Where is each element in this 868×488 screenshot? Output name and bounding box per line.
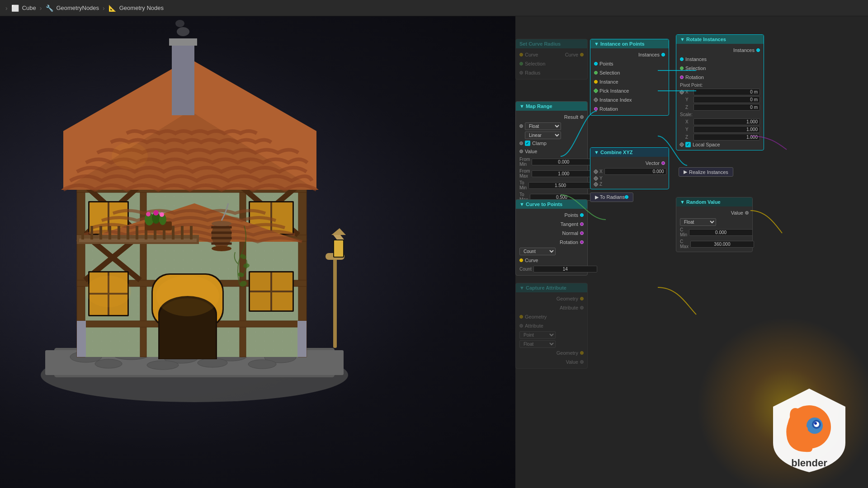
3d-viewport[interactable] — [0, 0, 515, 488]
rv-max-row[interactable]: C Max — [676, 238, 752, 250]
node-curve-to-points[interactable]: ▼ Curve to Points Points Tangent Normal … — [515, 199, 588, 276]
from-min-input[interactable] — [532, 159, 595, 165]
realize-instances-button[interactable]: ▶ Realize Instances — [679, 167, 733, 177]
socket-ca-attr-out — [580, 306, 584, 310]
pivot-y-input[interactable] — [693, 96, 760, 103]
ri-instances-out: Instances — [676, 46, 764, 55]
pivot-y-row[interactable]: Y — [676, 96, 764, 103]
from-max-input[interactable] — [532, 170, 595, 177]
cxyz-x-row[interactable]: X — [590, 168, 669, 175]
node-clamp[interactable]: ✓ Clamp — [516, 140, 587, 147]
socket-ri-instances-in — [680, 57, 684, 61]
svg-point-103 — [86, 276, 131, 307]
clamp-checkbox[interactable]: ✓ — [525, 141, 530, 146]
to-min-input[interactable] — [528, 182, 592, 189]
node-random-value[interactable]: ▼ Random Value Value Float C Min C Max — [676, 197, 753, 252]
socket-ri-rotation — [680, 75, 684, 79]
nodes-icon: 📐 — [108, 4, 117, 12]
breadcrumb-geonodes[interactable]: 📐 Geometry Nodes — [108, 4, 164, 12]
socket-ca-geo-in — [519, 315, 523, 319]
ctp-count-row[interactable]: Count — [516, 265, 587, 273]
pivot-x-row[interactable]: X — [676, 88, 764, 96]
breadcrumb-cube[interactable]: ⬜ Cube — [11, 4, 36, 12]
ctp-tangent-out: Tangent — [516, 220, 587, 229]
float-dropdown[interactable]: Float — [525, 122, 561, 130]
to-radians-node[interactable]: ▶ To Radians — [590, 192, 633, 202]
socket-pick-instance — [593, 88, 598, 93]
scale-x-input[interactable] — [693, 118, 760, 125]
scale-z-row[interactable]: Z — [676, 133, 764, 141]
3d-render — [18, 14, 371, 402]
rv-float-dropdown[interactable]: Float — [680, 218, 716, 226]
socket-ca-geo-out — [580, 297, 584, 300]
socket-local-space — [679, 142, 684, 147]
socket-clamp — [519, 141, 523, 145]
scale-z-input[interactable] — [693, 134, 760, 141]
svg-point-59 — [177, 27, 189, 36]
rv-float-type[interactable]: Float — [676, 217, 752, 226]
ca-point-dropdown[interactable]: Point — [519, 331, 556, 339]
node-float-type[interactable]: Float — [516, 122, 587, 131]
svg-rect-84 — [333, 258, 337, 348]
linear-dropdown[interactable]: Linear — [525, 131, 561, 139]
ca-float-dropdown[interactable]: Float — [519, 340, 556, 348]
rotate-instances-title: ▼ Rotate Instances — [676, 35, 764, 44]
from-max-row[interactable]: From Max — [516, 168, 587, 179]
socket-cxyz-z — [593, 182, 598, 187]
ctp-count-sel[interactable]: Count — [516, 247, 587, 256]
node-map-range-title: ▼ Map Range — [516, 102, 587, 111]
ctp-count-input[interactable] — [533, 266, 597, 272]
ca-geo-out2: Geometry — [516, 348, 587, 357]
rv-min-row[interactable]: C Min — [676, 226, 752, 238]
svg-point-10 — [198, 358, 227, 367]
ca-float-sel[interactable]: Float — [516, 339, 587, 348]
cxyz-x-input[interactable] — [604, 168, 666, 175]
node-result: Result — [516, 113, 587, 122]
scale-y-input[interactable] — [693, 126, 760, 133]
ca-point-sel[interactable]: Point — [516, 330, 587, 339]
svg-point-94 — [146, 212, 151, 216]
socket-radius — [519, 71, 523, 75]
pivot-z-input[interactable] — [693, 104, 760, 111]
socket-instance-index — [593, 97, 598, 102]
node-combine-xyz[interactable]: ▼ Combine XYZ Vector X Y Z — [590, 147, 669, 189]
node-rotate-instances[interactable]: ▼ Rotate Instances Instances Instances S… — [676, 34, 764, 150]
rv-max-input[interactable] — [690, 241, 754, 248]
pivot-x-input[interactable] — [693, 89, 760, 95]
scale-x-row[interactable]: X — [676, 118, 764, 126]
svg-rect-83 — [212, 243, 231, 244]
local-space-checkbox[interactable]: ✓ — [685, 142, 691, 147]
iop-points: Points — [590, 59, 669, 68]
combine-xyz-title: ▼ Combine XYZ — [590, 148, 669, 157]
cube-icon: ⬜ — [11, 4, 19, 12]
svg-rect-57 — [172, 41, 194, 115]
svg-rect-81 — [212, 232, 231, 234]
from-min-row[interactable]: From Min — [516, 156, 587, 168]
cxyz-vector-out: Vector — [590, 159, 669, 168]
node-linear-type[interactable]: Linear — [516, 131, 587, 140]
iop-instance-index: Instance Index — [590, 95, 669, 104]
svg-point-104 — [156, 276, 219, 316]
rv-min-input[interactable] — [689, 229, 753, 236]
node-capture-attribute[interactable]: ▼ Capture Attribute Geometry Attribute G… — [515, 283, 588, 369]
header-bar: › ⬜ Cube › 🔧 GeometryNodes › 📐 Geometry … — [0, 0, 868, 16]
local-space-row[interactable]: ✓ Local Space — [676, 141, 764, 148]
socket-rv-value — [745, 211, 749, 215]
breadcrumb-geonodes-label: Geometry Nodes — [119, 5, 164, 11]
ca-geo-in: Geometry — [516, 312, 587, 321]
svg-rect-76 — [190, 226, 193, 239]
node-map-range[interactable]: ▼ Map Range Result Float Linear ✓ Clamp … — [515, 101, 588, 205]
pivot-z-row[interactable]: Z — [676, 103, 764, 111]
scale-y-row[interactable]: Y — [676, 126, 764, 133]
rv-value-out: Value — [676, 208, 752, 217]
to-min-row[interactable]: To Min — [516, 179, 587, 191]
svg-rect-70 — [136, 226, 138, 239]
cxyz-z-row[interactable]: Z — [590, 181, 669, 187]
socket-result — [580, 115, 584, 119]
node-title: Set Curve Radius — [516, 39, 587, 48]
breadcrumb-geonodes-modifier[interactable]: 🔧 GeometryNodes — [45, 4, 99, 12]
node-set-curve-radius[interactable]: Set Curve Radius Curve Curve Selection R… — [515, 39, 588, 80]
node-instance-on-points[interactable]: ▼ Instance on Points Instances Points Se… — [590, 39, 669, 116]
ctp-count-dropdown[interactable]: Count — [519, 248, 556, 255]
cxyz-y-row[interactable]: Y — [590, 175, 669, 181]
